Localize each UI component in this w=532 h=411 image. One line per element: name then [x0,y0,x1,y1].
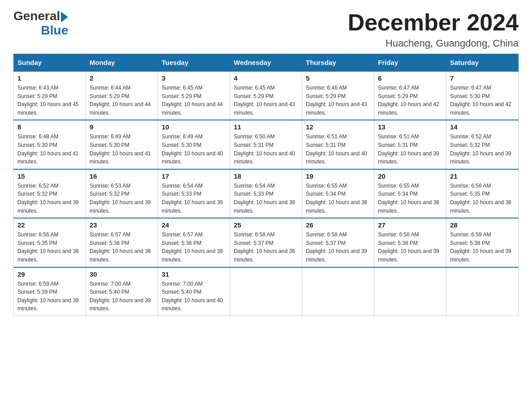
calendar-week-row: 1Sunrise: 6:43 AMSunset: 5:29 PMDaylight… [14,71,519,120]
calendar-cell: 28Sunrise: 6:59 AMSunset: 5:38 PMDayligh… [446,218,519,267]
day-number: 1 [17,74,82,82]
calendar-col-wednesday: Wednesday [230,54,302,72]
logo-arrow-icon [61,12,68,22]
calendar-cell: 7Sunrise: 6:47 AMSunset: 5:30 PMDaylight… [446,71,519,120]
day-info: Sunrise: 6:48 AMSunset: 5:30 PMDaylight:… [17,133,82,166]
calendar-cell: 4Sunrise: 6:45 AMSunset: 5:29 PMDaylight… [230,71,302,120]
day-number: 19 [306,172,370,180]
calendar-cell: 22Sunrise: 6:56 AMSunset: 5:35 PMDayligh… [14,218,86,267]
calendar-col-tuesday: Tuesday [158,54,230,72]
day-info: Sunrise: 6:57 AMSunset: 5:36 PMDaylight:… [162,231,226,264]
day-info: Sunrise: 6:59 AMSunset: 5:39 PMDaylight:… [17,280,82,313]
calendar-col-saturday: Saturday [446,54,519,72]
day-info: Sunrise: 6:46 AMSunset: 5:29 PMDaylight:… [306,84,370,117]
calendar-cell: 2Sunrise: 6:44 AMSunset: 5:29 PMDaylight… [86,71,158,120]
calendar-cell: 20Sunrise: 6:55 AMSunset: 5:34 PMDayligh… [374,169,446,218]
day-info: Sunrise: 6:52 AMSunset: 5:32 PMDaylight:… [17,182,82,215]
calendar-col-thursday: Thursday [302,54,374,72]
day-info: Sunrise: 6:44 AMSunset: 5:29 PMDaylight:… [90,84,154,117]
day-number: 20 [378,172,442,180]
calendar-cell: 3Sunrise: 6:45 AMSunset: 5:29 PMDaylight… [158,71,230,120]
day-info: Sunrise: 6:52 AMSunset: 5:32 PMDaylight:… [450,133,515,166]
location-title: Huacheng, Guangdong, China [348,38,519,49]
day-info: Sunrise: 6:54 AMSunset: 5:33 PMDaylight:… [162,182,226,215]
calendar-cell [230,267,302,316]
calendar-cell: 17Sunrise: 6:54 AMSunset: 5:33 PMDayligh… [158,169,230,218]
calendar-cell: 12Sunrise: 6:51 AMSunset: 5:31 PMDayligh… [302,120,374,169]
day-info: Sunrise: 6:58 AMSunset: 5:38 PMDaylight:… [378,231,442,264]
logo-general-text: General [13,9,60,23]
calendar-table: SundayMondayTuesdayWednesdayThursdayFrid… [13,54,519,316]
calendar-cell: 21Sunrise: 6:56 AMSunset: 5:35 PMDayligh… [446,169,519,218]
calendar-cell: 31Sunrise: 7:00 AMSunset: 5:40 PMDayligh… [158,267,230,316]
day-number: 23 [90,221,154,229]
day-number: 9 [90,123,154,131]
month-title: December 2024 [348,9,519,36]
day-info: Sunrise: 6:47 AMSunset: 5:29 PMDaylight:… [378,84,442,117]
calendar-cell: 13Sunrise: 6:51 AMSunset: 5:31 PMDayligh… [374,120,446,169]
calendar-cell: 15Sunrise: 6:52 AMSunset: 5:32 PMDayligh… [14,169,86,218]
calendar-cell [302,267,374,316]
day-number: 29 [17,270,82,278]
calendar-cell: 6Sunrise: 6:47 AMSunset: 5:29 PMDaylight… [374,71,446,120]
calendar-cell: 18Sunrise: 6:54 AMSunset: 5:33 PMDayligh… [230,169,302,218]
calendar-week-row: 8Sunrise: 6:48 AMSunset: 5:30 PMDaylight… [14,120,519,169]
calendar-header-row: SundayMondayTuesdayWednesdayThursdayFrid… [14,54,519,72]
day-info: Sunrise: 6:57 AMSunset: 5:36 PMDaylight:… [90,231,154,264]
day-info: Sunrise: 6:55 AMSunset: 5:34 PMDaylight:… [378,182,442,215]
day-number: 17 [162,172,226,180]
day-number: 6 [378,74,442,82]
day-number: 24 [162,221,226,229]
day-number: 27 [378,221,442,229]
day-info: Sunrise: 6:59 AMSunset: 5:38 PMDaylight:… [450,231,515,264]
day-number: 30 [90,270,154,278]
calendar-week-row: 22Sunrise: 6:56 AMSunset: 5:35 PMDayligh… [14,218,519,267]
logo-blue-text: Blue [41,23,69,38]
day-number: 8 [17,123,82,131]
day-info: Sunrise: 6:51 AMSunset: 5:31 PMDaylight:… [306,133,370,166]
day-info: Sunrise: 6:50 AMSunset: 5:31 PMDaylight:… [234,133,298,166]
calendar-col-monday: Monday [86,54,158,72]
day-number: 31 [162,270,226,278]
day-info: Sunrise: 7:00 AMSunset: 5:40 PMDaylight:… [162,280,226,313]
day-number: 18 [234,172,298,180]
day-info: Sunrise: 6:43 AMSunset: 5:29 PMDaylight:… [17,84,82,117]
day-info: Sunrise: 6:56 AMSunset: 5:35 PMDaylight:… [450,182,515,215]
day-number: 4 [234,74,298,82]
title-block: December 2024 Huacheng, Guangdong, China [348,9,519,49]
calendar-cell: 23Sunrise: 6:57 AMSunset: 5:36 PMDayligh… [86,218,158,267]
calendar-cell [374,267,446,316]
day-number: 12 [306,123,370,131]
day-number: 28 [450,221,515,229]
day-info: Sunrise: 6:54 AMSunset: 5:33 PMDaylight:… [234,182,298,215]
day-info: Sunrise: 6:45 AMSunset: 5:29 PMDaylight:… [162,84,226,117]
calendar-week-row: 15Sunrise: 6:52 AMSunset: 5:32 PMDayligh… [14,169,519,218]
calendar-cell: 24Sunrise: 6:57 AMSunset: 5:36 PMDayligh… [158,218,230,267]
calendar-cell: 19Sunrise: 6:55 AMSunset: 5:34 PMDayligh… [302,169,374,218]
calendar-cell: 10Sunrise: 6:49 AMSunset: 5:30 PMDayligh… [158,120,230,169]
day-number: 26 [306,221,370,229]
day-number: 7 [450,74,515,82]
day-info: Sunrise: 6:45 AMSunset: 5:29 PMDaylight:… [234,84,298,117]
calendar-week-row: 29Sunrise: 6:59 AMSunset: 5:39 PMDayligh… [14,267,519,316]
day-info: Sunrise: 6:53 AMSunset: 5:32 PMDaylight:… [90,182,154,215]
day-number: 2 [90,74,154,82]
day-info: Sunrise: 6:51 AMSunset: 5:31 PMDaylight:… [378,133,442,166]
day-info: Sunrise: 6:58 AMSunset: 5:37 PMDaylight:… [234,231,298,264]
day-info: Sunrise: 6:55 AMSunset: 5:34 PMDaylight:… [306,182,370,215]
calendar-cell: 27Sunrise: 6:58 AMSunset: 5:38 PMDayligh… [374,218,446,267]
day-number: 22 [17,221,82,229]
calendar-cell: 9Sunrise: 6:49 AMSunset: 5:30 PMDaylight… [86,120,158,169]
calendar-cell: 30Sunrise: 7:00 AMSunset: 5:40 PMDayligh… [86,267,158,316]
calendar-cell: 16Sunrise: 6:53 AMSunset: 5:32 PMDayligh… [86,169,158,218]
calendar-cell: 11Sunrise: 6:50 AMSunset: 5:31 PMDayligh… [230,120,302,169]
day-info: Sunrise: 6:56 AMSunset: 5:35 PMDaylight:… [17,231,82,264]
page-header: General Blue December 2024 Huacheng, Gua… [13,9,519,49]
calendar-cell [446,267,519,316]
calendar-col-friday: Friday [374,54,446,72]
day-number: 13 [378,123,442,131]
day-info: Sunrise: 6:49 AMSunset: 5:30 PMDaylight:… [90,133,154,166]
day-number: 14 [450,123,515,131]
day-info: Sunrise: 7:00 AMSunset: 5:40 PMDaylight:… [90,280,154,313]
day-number: 16 [90,172,154,180]
